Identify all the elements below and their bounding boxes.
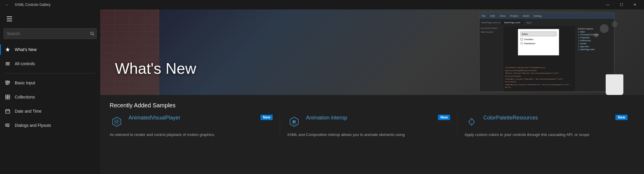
calendar-icon <box>5 108 11 114</box>
nav-divider-1 <box>5 73 95 73</box>
hero-banner: FileEditViewProjectBuildDebug MainPage.x… <box>100 9 644 95</box>
svg-rect-12 <box>6 97 7 99</box>
svg-rect-14 <box>6 110 10 113</box>
sample-card-color-palette: ColorPaletteResources New Apply custom c… <box>457 115 635 138</box>
app-title: XAML Controls Gallery <box>15 3 51 7</box>
color-palette-icon <box>465 115 479 129</box>
svg-rect-9 <box>6 84 9 85</box>
animated-visual-player-icon <box>110 115 124 129</box>
minimize-button[interactable]: — <box>601 0 615 9</box>
hero-title: What's New <box>115 60 196 77</box>
svg-rect-3 <box>6 63 10 64</box>
animation-interop-icon <box>287 115 301 129</box>
new-badge-2: New <box>438 115 450 120</box>
list-icon <box>5 61 11 67</box>
search-input[interactable] <box>4 28 97 39</box>
code-line-1: <StackPanel Background="{ThemeResource A… <box>505 66 574 72</box>
title-bar: ← XAML Controls Gallery — ☐ ✕ <box>0 0 644 9</box>
samples-grid: AnimatedVisualPlayer New An element to r… <box>110 115 635 138</box>
sidebar-item-collections[interactable]: Collections <box>0 90 100 104</box>
animation-interop-link[interactable]: Animation interop <box>306 115 450 121</box>
sample-2-title-block: Animation interop <box>306 115 450 121</box>
preview-button: Button <box>521 32 556 36</box>
svg-point-21 <box>116 121 118 123</box>
sidebar-item-date-time[interactable]: Date and Time <box>0 104 100 118</box>
collections-label: Collections <box>15 95 35 99</box>
svg-line-1 <box>93 35 94 36</box>
sidebar-item-whats-new[interactable]: What's New <box>0 42 100 57</box>
new-badge-1: New <box>261 115 273 120</box>
code-line-3: <CheckBox Content="CheckBox" HorizontalA… <box>505 78 574 83</box>
back-button[interactable]: ← <box>2 0 12 9</box>
svg-point-7 <box>9 81 9 82</box>
title-bar-left: ← XAML Controls Gallery <box>2 0 51 9</box>
checkbox-icon <box>5 80 11 86</box>
hamburger-icon <box>7 17 12 21</box>
sample-1-title-block: AnimatedVisualPlayer <box>129 115 273 121</box>
new-badge-3: New <box>615 115 627 120</box>
samples-section-title: Recently Added Samples <box>110 102 635 109</box>
sample-3-title-block: ColorPaletteResources <box>483 115 627 121</box>
window-controls: — ☐ ✕ <box>601 0 642 9</box>
dialogs-flyouts-label: Dialogs and Flyouts <box>15 123 51 128</box>
svg-rect-4 <box>6 65 10 65</box>
dialog-icon <box>5 122 11 128</box>
code-preview-box: Button CheckBox RadioButton <box>518 29 559 55</box>
color-palette-desc: Apply custom colors to your controls thr… <box>465 132 627 138</box>
svg-rect-10 <box>6 95 7 97</box>
star-icon <box>5 47 11 52</box>
whats-new-label: What's New <box>15 47 37 52</box>
animated-visual-player-link[interactable]: AnimatedVisualPlayer <box>129 115 273 121</box>
sample-card-header-3: ColorPaletteResources New <box>465 115 627 129</box>
hamburger-menu[interactable] <box>4 13 15 25</box>
sidebar-item-all-controls[interactable]: All controls <box>0 57 100 71</box>
plant-vase <box>606 74 623 95</box>
all-controls-label: All controls <box>15 61 35 66</box>
svg-rect-2 <box>6 62 10 63</box>
svg-rect-18 <box>6 124 9 126</box>
svg-rect-11 <box>8 95 10 97</box>
sidebar-item-basic-input[interactable]: Basic Input <box>0 76 100 90</box>
code-line-2: <Button Content="Button" HorizontalAlign… <box>505 72 574 78</box>
basic-input-label: Basic Input <box>15 81 35 85</box>
sidebar-item-dialogs-flyouts[interactable]: Dialogs and Flyouts <box>0 118 100 132</box>
hero-wall-decoration <box>100 9 159 95</box>
search-box <box>4 28 97 39</box>
grid-icon <box>5 94 11 100</box>
laptop-left-panel: Document Outline Data Sources <box>480 26 503 91</box>
svg-rect-8 <box>6 83 10 84</box>
sidebar: What's New All controls <box>0 9 100 174</box>
sample-card-header-2: Animation interop New <box>287 115 450 129</box>
hero-plant-decoration <box>591 18 638 95</box>
close-button[interactable]: ✕ <box>628 0 642 9</box>
animation-interop-desc: XAML and Composition interop allows you … <box>287 132 450 138</box>
color-palette-link[interactable]: ColorPaletteResources <box>483 115 627 121</box>
laptop-menubar: FileEditViewProjectBuildDebug <box>480 13 614 19</box>
code-line-4: <RadioButton Content="RadioButton" Horiz… <box>505 83 574 89</box>
svg-rect-13 <box>8 97 10 99</box>
sample-card-animation-interop: Animation interop New XAML and Compositi… <box>280 115 457 138</box>
animated-visual-player-desc: An element to render and control playbac… <box>110 132 273 138</box>
sample-card-animated-visual-player: AnimatedVisualPlayer New An element to r… <box>110 115 280 138</box>
code-lines: <StackPanel Background="{ThemeResource A… <box>503 65 576 90</box>
main-content: FileEditViewProjectBuildDebug MainPage.x… <box>100 9 644 174</box>
app-body: What's New All controls <box>0 9 644 174</box>
sample-card-header-1: AnimatedVisualPlayer New <box>110 115 273 129</box>
preview-checkbox: CheckBox <box>521 38 556 40</box>
laptop-code-main: Button CheckBox RadioButton <box>503 26 576 91</box>
maximize-button[interactable]: ☐ <box>615 0 628 9</box>
date-time-label: Date and Time <box>15 109 42 114</box>
preview-radio: RadioButton <box>521 42 556 45</box>
search-icon <box>90 32 94 36</box>
samples-section: Recently Added Samples Animat <box>100 95 644 174</box>
